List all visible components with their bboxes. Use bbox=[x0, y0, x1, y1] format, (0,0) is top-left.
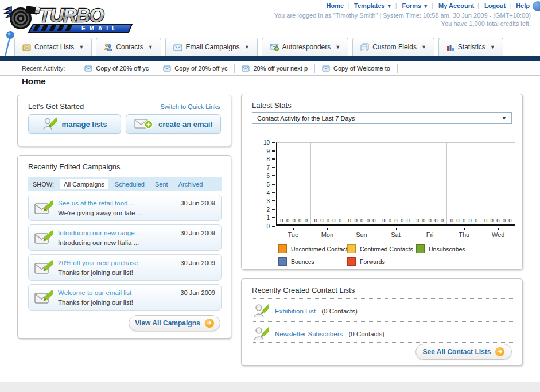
nav-link-forms[interactable]: Forms ▼ bbox=[402, 2, 429, 9]
campaign-title-link[interactable]: See us at the retail food ... bbox=[58, 200, 135, 207]
value-labels: 00000 bbox=[277, 217, 310, 223]
value-labels: 00000 bbox=[447, 217, 480, 223]
nav-link-help[interactable]: Help bbox=[516, 2, 530, 9]
campaign-date: 30 Jun 2009 bbox=[180, 259, 215, 266]
envelope-icon bbox=[163, 65, 171, 72]
value-label: 0 bbox=[441, 217, 444, 223]
value-label: 0 bbox=[292, 217, 295, 223]
value-label: 0 bbox=[508, 217, 511, 223]
contact-list-link[interactable]: Exhibition List bbox=[275, 308, 316, 315]
tab-contacts[interactable]: Contacts▼ bbox=[96, 38, 161, 56]
campaign-title-link[interactable]: 20% off your next purchase bbox=[58, 259, 138, 266]
logo: TURBO EMAIL bbox=[3, 2, 137, 36]
custom-fields-icon bbox=[360, 43, 369, 51]
get-started-panel: Let's Get Started Switch to Quick Links … bbox=[17, 95, 231, 146]
y-axis-tick bbox=[272, 150, 275, 152]
tab-label: Contact Lists bbox=[34, 43, 74, 51]
view-all-campaigns-button[interactable]: View All Campaigns ➔ bbox=[129, 315, 220, 331]
header-links: Home| Templates ▼| Forms ▼| My Account| … bbox=[325, 2, 531, 9]
value-label: 0 bbox=[450, 217, 453, 223]
recent-activity-item[interactable]: 20% off your next p bbox=[235, 64, 315, 73]
contact-lists-title: Recently Created Contact Lists bbox=[252, 286, 355, 294]
see-all-contact-lists-button[interactable]: See All Contact Lists ➔ bbox=[415, 344, 512, 360]
filter-sent[interactable]: Sent bbox=[155, 181, 168, 188]
filter-scheduled[interactable]: Scheduled bbox=[115, 181, 145, 188]
chart-day-group: 00000 bbox=[311, 143, 345, 224]
tab-statistics[interactable]: Statistics▼ bbox=[438, 38, 503, 56]
campaign-row[interactable]: See us at the retail food ... We're givi… bbox=[28, 195, 222, 221]
chevron-down-icon: ▼ bbox=[387, 3, 392, 9]
create-email-button[interactable]: create an email bbox=[126, 114, 221, 134]
chart-y-axis: 109876543210 bbox=[254, 142, 275, 226]
x-axis-tick-label: Sun bbox=[344, 228, 379, 238]
x-axis-tick-label: Mon bbox=[310, 228, 345, 238]
value-labels: 00000 bbox=[481, 217, 515, 223]
y-axis-tick bbox=[272, 142, 275, 143]
value-label: 0 bbox=[394, 217, 397, 223]
value-label: 0 bbox=[348, 217, 351, 223]
chevron-down-icon: ▼ bbox=[421, 44, 426, 50]
nav-link-templates[interactable]: Templates ▼ bbox=[354, 2, 392, 9]
campaign-subject: Thanks for joining our list! bbox=[58, 299, 133, 306]
campaign-row[interactable]: Welcome to our email list Thanks for joi… bbox=[28, 284, 222, 311]
statistics-icon bbox=[446, 44, 454, 51]
nav-accent-bar bbox=[0, 56, 540, 61]
filter-all-campaigns[interactable]: All Campaigns bbox=[60, 179, 108, 189]
value-label: 0 bbox=[503, 217, 506, 223]
value-labels: 00000 bbox=[413, 217, 446, 223]
nav-link-home[interactable]: Home bbox=[327, 2, 344, 9]
contact-count: (0 Contacts) bbox=[348, 331, 384, 337]
legend-item: Unconfirmed Contacts bbox=[278, 244, 347, 253]
tab-custom-fields[interactable]: Custom Fields▼ bbox=[352, 38, 434, 56]
stats-report-dropdown[interactable]: Contact Activity for the Last 7 Days ▼ bbox=[252, 112, 512, 124]
chevron-down-icon: ▼ bbox=[502, 115, 507, 121]
contacts-icon bbox=[104, 43, 112, 51]
campaign-title-link[interactable]: Welcome to our email list bbox=[58, 289, 131, 296]
value-label: 0 bbox=[305, 217, 308, 223]
recent-activity-item[interactable]: Copy of Welcome to bbox=[315, 64, 398, 73]
nav-link-logout[interactable]: Logout bbox=[484, 2, 506, 9]
value-label: 0 bbox=[280, 217, 283, 223]
contact-lists-panel: Recently Created Contact Lists Exhibitio… bbox=[241, 278, 523, 366]
value-label: 0 bbox=[484, 217, 487, 223]
envelope-icon bbox=[322, 65, 330, 72]
contact-list-item[interactable]: Newsletter Subscribers - (0 Contacts) bbox=[253, 326, 384, 342]
chart-day-group: 00000 bbox=[379, 143, 413, 224]
campaign-title-link[interactable]: Introducing our new range ... bbox=[58, 230, 142, 236]
envelope-pencil-icon bbox=[34, 230, 53, 246]
recent-activity-item[interactable]: Copy of 20% off yc bbox=[156, 64, 235, 73]
credits-remaining: You have 1,000 total credits left. bbox=[441, 20, 531, 27]
tab-email-campaigns[interactable]: Email Campaigns▼ bbox=[165, 38, 258, 56]
legend-swatch bbox=[416, 244, 425, 253]
divider bbox=[251, 342, 513, 343]
legend-item: Confirmed Contacts bbox=[347, 244, 416, 253]
chart-legend: Unconfirmed ContactsConfirmed ContactsUn… bbox=[278, 244, 508, 270]
campaign-row[interactable]: Introducing our new range ... Introducin… bbox=[28, 224, 222, 251]
value-label: 0 bbox=[475, 217, 477, 223]
arrow-right-icon: ➔ bbox=[205, 319, 214, 328]
tab-autoresponders[interactable]: Autoresponders▼ bbox=[262, 38, 349, 56]
filter-archived[interactable]: Archived bbox=[178, 181, 203, 188]
tab-label: Contacts bbox=[116, 43, 143, 51]
value-label: 0 bbox=[456, 217, 459, 223]
campaign-row[interactable]: 20% off your next purchase Thanks for jo… bbox=[28, 254, 222, 281]
legend-label: Bounces bbox=[291, 258, 314, 265]
nav-link-my-account[interactable]: My Account bbox=[438, 2, 474, 9]
y-axis-tick bbox=[272, 200, 275, 201]
value-label: 0 bbox=[389, 217, 391, 223]
button-label: View All Campaigns bbox=[135, 319, 200, 327]
envelope-plus-icon bbox=[134, 117, 154, 131]
campaign-subject: Thanks for joining our list! bbox=[58, 269, 133, 276]
value-label: 0 bbox=[496, 217, 499, 223]
manage-lists-button[interactable]: manage lists bbox=[28, 114, 121, 134]
chart-day-group: 00000 bbox=[345, 143, 379, 224]
value-label: 0 bbox=[407, 217, 410, 223]
switch-to-quick-links[interactable]: Switch to Quick Links bbox=[160, 103, 220, 110]
contact-list-link[interactable]: Newsletter Subscribers bbox=[275, 331, 343, 337]
value-label: 0 bbox=[332, 217, 335, 223]
contact-list-item[interactable]: Exhibition List - (0 Contacts) bbox=[253, 303, 358, 319]
recent-activity-item[interactable]: Copy of 20% off yc bbox=[77, 64, 156, 73]
value-label: 0 bbox=[372, 217, 375, 223]
tab-contact-lists[interactable]: Contact Lists▼ bbox=[14, 38, 92, 56]
chevron-down-icon: ▼ bbox=[148, 44, 153, 50]
